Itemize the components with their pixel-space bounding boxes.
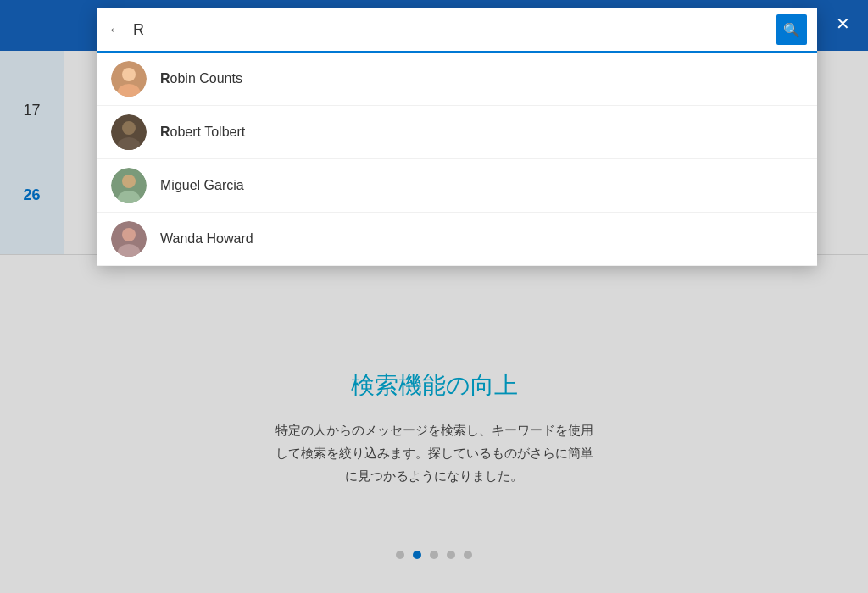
avatar (111, 221, 147, 257)
svg-point-1 (122, 68, 136, 81)
search-bar: ← 🔍 (97, 8, 817, 53)
list-item[interactable]: Miguel Garcia (97, 159, 817, 213)
result-name-miguel: Miguel Garcia (160, 178, 244, 193)
result-name-robert: Robert Tolbert (160, 125, 245, 140)
search-icon: 🔍 (783, 22, 800, 38)
search-panel: ← 🔍 Robin Counts (97, 8, 817, 266)
svg-point-7 (122, 175, 136, 188)
search-submit-button[interactable]: 🔍 (776, 14, 807, 45)
back-arrow-button[interactable]: ← (108, 21, 123, 39)
list-item[interactable]: Robin Counts (97, 53, 817, 106)
svg-point-10 (122, 228, 136, 241)
svg-point-4 (122, 121, 136, 135)
result-name-robin: Robin Counts (160, 71, 242, 86)
avatar (111, 168, 147, 203)
avatar (111, 61, 147, 97)
result-name-wanda: Wanda Howard (160, 231, 253, 247)
search-input[interactable] (133, 21, 776, 39)
search-results-list: Robin Counts Robert Tolbert Miguel G (97, 53, 817, 266)
avatar (111, 114, 147, 150)
close-button[interactable]: ✕ (827, 8, 858, 39)
list-item[interactable]: Wanda Howard (97, 213, 817, 266)
list-item[interactable]: Robert Tolbert (97, 106, 817, 159)
